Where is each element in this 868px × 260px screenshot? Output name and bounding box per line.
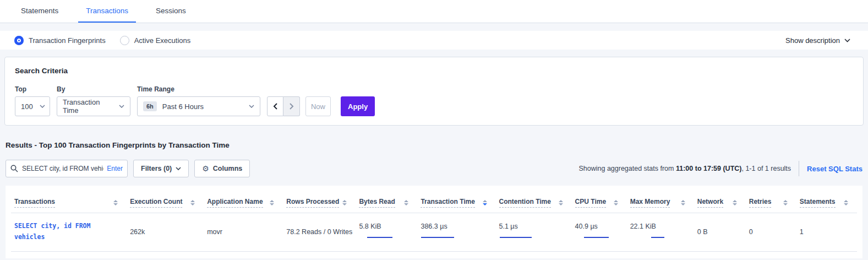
sort-icon[interactable]: [404, 200, 408, 205]
sort-icon[interactable]: [113, 200, 118, 205]
chevron-down-icon: [176, 167, 181, 170]
chevron-down-icon: [33, 105, 45, 108]
retries-value: 0: [749, 228, 753, 236]
bytes-read-value: 5.8 KiB: [359, 223, 414, 230]
tab-transactions[interactable]: Transactions: [78, 0, 136, 23]
column-header-max-memory[interactable]: Max Memory: [627, 192, 694, 213]
column-header-contention-time[interactable]: Contention Time: [496, 192, 572, 213]
chevron-left-icon: [273, 103, 277, 110]
by-field-label: By: [57, 85, 130, 93]
reset-sql-stats-link[interactable]: Reset SQL Stats: [807, 165, 862, 173]
filters-button-label: Filters (0): [141, 165, 172, 172]
sort-icon[interactable]: [559, 200, 563, 205]
application-name-value: movr: [207, 228, 222, 236]
chevron-down-icon: [112, 105, 124, 108]
top-select[interactable]: 100: [15, 96, 50, 116]
time-range-select[interactable]: 6h Past 6 Hours: [137, 96, 260, 116]
columns-button-label: Columns: [213, 165, 242, 172]
execution-count-bar: [152, 228, 188, 235]
sort-icon[interactable]: [614, 200, 618, 205]
radio-transaction-fingerprints[interactable]: Transaction Fingerprints: [14, 36, 106, 45]
sort-icon[interactable]: [783, 200, 788, 205]
column-header-transaction-time[interactable]: Transaction Time: [417, 192, 495, 213]
search-criteria-card: Search Criteria Top 100 By Transaction T…: [4, 57, 864, 126]
statements-value: 1: [800, 228, 804, 236]
column-header-cpu-time[interactable]: CPU Time: [572, 192, 627, 213]
transactions-table: Transactions Execution Count Application…: [11, 192, 857, 252]
tab-statements[interactable]: Statements: [13, 0, 66, 23]
contention-time-bar: [499, 234, 538, 241]
results-table-card: Transactions Execution Count Application…: [6, 186, 862, 258]
columns-button[interactable]: ⚙ Columns: [194, 160, 250, 177]
chevron-down-icon: [844, 39, 850, 42]
cpu-time-bar: [575, 234, 614, 241]
column-header-statements[interactable]: Statements: [796, 192, 857, 213]
column-header-execution-count[interactable]: Execution Count: [127, 192, 204, 213]
sort-icon[interactable]: [733, 200, 737, 205]
top-field-label: Top: [15, 85, 50, 93]
sort-icon[interactable]: [270, 200, 274, 205]
time-range-value: Past 6 Hours: [162, 102, 204, 111]
time-window-nav: [267, 96, 300, 116]
radio-unselected-icon: [120, 36, 129, 45]
network-value: 0 B: [697, 228, 708, 236]
by-select-value: Transaction Time: [63, 98, 112, 115]
cpu-time-value: 40.9 µs: [575, 223, 624, 230]
radio-label: Active Executions: [134, 36, 191, 45]
column-header-network[interactable]: Network: [694, 192, 746, 213]
table-header-row: Transactions Execution Count Application…: [11, 192, 857, 213]
sort-icon-active-desc[interactable]: [483, 200, 487, 205]
next-time-window-button[interactable]: [283, 96, 300, 116]
show-description-label: Show description: [785, 36, 840, 45]
radio-selected-icon: [14, 36, 24, 45]
column-header-rows-processed[interactable]: Rows Processed: [283, 192, 356, 213]
column-header-retries[interactable]: Retries: [746, 192, 796, 213]
apply-button[interactable]: Apply: [341, 96, 375, 116]
sort-icon[interactable]: [681, 200, 685, 205]
rows-processed-value: 78.2 Reads / 0 Writes: [286, 228, 352, 236]
radio-active-executions[interactable]: Active Executions: [120, 36, 191, 45]
vertical-divider: [799, 161, 799, 176]
table-row: SELECT city, id FROM vehicles 262k movr …: [11, 213, 857, 252]
by-select[interactable]: Transaction Time: [57, 96, 130, 116]
results-heading: Results - Top 100 Transaction Fingerprin…: [6, 141, 868, 149]
contention-time-value: 5.1 µs: [499, 223, 569, 230]
chevron-right-icon: [290, 103, 294, 110]
radio-label: Transaction Fingerprints: [29, 36, 106, 45]
execution-count-value: 262k: [130, 228, 145, 236]
transaction-fingerprint-link[interactable]: SELECT city, id FROM vehicles: [14, 221, 123, 242]
search-input[interactable]: [22, 165, 103, 172]
column-header-bytes-read[interactable]: Bytes Read: [356, 192, 417, 213]
max-memory-bar: [630, 234, 669, 241]
gear-icon: ⚙: [202, 165, 209, 172]
stats-time-range: 11:00 to 17:59 (UTC): [676, 165, 741, 172]
transaction-time-bar: [421, 234, 459, 241]
tab-sessions[interactable]: Sessions: [148, 0, 194, 23]
show-description-toggle[interactable]: Show description: [785, 36, 850, 45]
chevron-down-icon: [242, 105, 254, 108]
enter-hint-label: Enter: [107, 165, 123, 172]
max-memory-value: 22.1 KiB: [630, 223, 691, 230]
transaction-time-value: 386.3 µs: [421, 223, 492, 230]
now-button[interactable]: Now: [305, 96, 331, 116]
sort-icon[interactable]: [190, 200, 195, 205]
bytes-read-bar: [359, 234, 397, 241]
column-header-application-name[interactable]: Application Name: [204, 192, 283, 213]
search-icon: [10, 165, 18, 172]
aggregated-stats-text: Showing aggregated stats from 11:00 to 1…: [578, 165, 791, 172]
view-toggle-bar: Transaction Fingerprints Active Executio…: [0, 31, 868, 50]
sort-icon[interactable]: [844, 200, 848, 205]
top-select-value: 100: [21, 102, 33, 111]
column-header-transactions[interactable]: Transactions: [11, 192, 127, 213]
time-range-field-label: Time Range: [137, 85, 260, 93]
page-tabbar: Statements Transactions Sessions: [0, 0, 868, 23]
sort-icon[interactable]: [342, 200, 347, 205]
search-box[interactable]: Enter: [6, 160, 128, 177]
time-range-badge: 6h: [143, 101, 157, 111]
results-toolbar: Enter Filters (0) ⚙ Columns Showing aggr…: [6, 160, 862, 177]
filters-button[interactable]: Filters (0): [133, 160, 189, 177]
previous-time-window-button[interactable]: [267, 96, 283, 116]
search-criteria-title: Search Criteria: [15, 67, 853, 75]
